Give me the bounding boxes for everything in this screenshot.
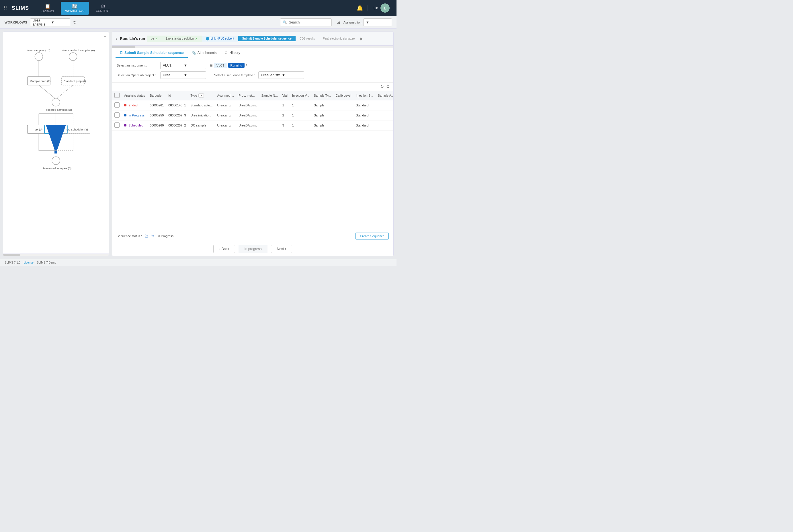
table-row[interactable]: Ended 00000261 08000145_1 Standard solu.…	[112, 100, 393, 110]
search-bar[interactable]: 🔍	[280, 18, 332, 26]
running-badge: Running	[228, 63, 245, 68]
step-item-2[interactable]: Link standard solution ✓	[162, 36, 202, 42]
row2-barcode: 00000259	[147, 110, 166, 120]
row1-acq-meth: Urea.amx	[215, 100, 236, 110]
submit-tab-icon: 🗒	[119, 51, 123, 55]
row3-sample-a	[375, 120, 394, 131]
instrument-refresh-icon[interactable]: ↻	[246, 63, 249, 68]
instrument-dropdown-icon: ▼	[184, 63, 204, 68]
next-btn[interactable]: Next ›	[271, 245, 292, 253]
nav-orders-label: ORDERS	[42, 10, 54, 13]
nav-workflows[interactable]: 🔄 WORKFLOWS	[61, 2, 89, 15]
notification-bell[interactable]: 🔔	[352, 5, 368, 11]
sequence-status-bar: Sequence status : 🗂 ↻ In Progress Create…	[112, 230, 393, 242]
step4-label: Submit Sample Scheduler sequence	[242, 37, 292, 40]
row1-type: Standard solu...	[188, 100, 215, 110]
main-toolbar: WORKFLOWS Urea analysis ▼ ↻ 🔍 ⊿ Assigned…	[0, 16, 396, 29]
bell-icon: 🔔	[357, 5, 363, 11]
instrument-selector[interactable]: VLC1 ▼	[160, 62, 206, 69]
row1-calib-level	[333, 100, 353, 110]
workflows-icon: 🔄	[72, 3, 78, 9]
row1-injection-v: 1	[290, 100, 312, 110]
row1-status: Ended	[129, 103, 138, 107]
row2-status-dot	[124, 114, 127, 116]
instrument-badge-area: 🖥 VLC1 Running ↻	[210, 63, 249, 68]
tab-submit[interactable]: 🗒 Submit Sample Scheduler sequence	[116, 49, 188, 58]
row2-checkbox[interactable]	[114, 112, 119, 118]
main-content: « New samples (10) New standard samples …	[0, 29, 396, 259]
row3-checkbox[interactable]	[114, 122, 119, 128]
step-scroll-right[interactable]: ▶	[360, 37, 363, 41]
row3-injection-s: Standard	[353, 120, 375, 131]
footer-version: SLIMS 7.1.0	[5, 261, 20, 264]
tab-attachments[interactable]: 📎 Attachments	[188, 49, 221, 58]
user-menu[interactable]: Lin L	[370, 3, 393, 13]
step-item-6[interactable]: Final electronic signature	[319, 36, 359, 41]
row2-proc-meth: UreaDA.pmx	[236, 110, 259, 120]
workflow-selector[interactable]: Urea analysis ▼	[30, 18, 70, 26]
assigned-dropdown-icon: ▼	[366, 20, 369, 24]
assigned-selector[interactable]: ▼	[363, 18, 392, 26]
th-type[interactable]: Type ▼	[188, 91, 215, 100]
table-row[interactable]: In Progress 00000259 08000257_3 Urea irr…	[112, 110, 393, 120]
back-btn[interactable]: ‹ Back	[213, 245, 235, 253]
search-input[interactable]	[289, 20, 323, 24]
row1-id: 08000145_1	[166, 100, 188, 110]
row2-id: 08000257_3	[166, 110, 188, 120]
back-label: Back	[221, 247, 229, 251]
filter-icon[interactable]: ⊿	[337, 20, 340, 25]
sample-table-container[interactable]: Analysis status Barcode Id Type ▼	[112, 91, 393, 230]
nav-content[interactable]: 🗂 CONTENT	[91, 2, 114, 14]
table-settings-btn[interactable]: ⚙	[386, 84, 390, 89]
svg-line-9	[57, 85, 73, 98]
row1-barcode: 00000261	[147, 100, 166, 110]
svg-text:Measured samples (0): Measured samples (0)	[43, 167, 71, 170]
row3-calib-level	[333, 120, 353, 131]
tab-history[interactable]: ⏱ History	[220, 49, 244, 58]
th-checkbox[interactable]	[112, 91, 122, 100]
step3-label: Link HPLC solvent	[210, 37, 234, 40]
row3-vial: 3	[280, 120, 290, 131]
svg-point-28	[52, 157, 60, 165]
row1-status-dot	[124, 104, 127, 107]
step-item-4[interactable]: Submit Sample Scheduler sequence	[238, 36, 295, 41]
history-tab-icon: ⏱	[225, 51, 228, 55]
table-body: Ended 00000261 08000145_1 Standard solu.…	[112, 100, 393, 131]
orders-icon: 📋	[45, 3, 51, 9]
run-label: Run: Lin's run	[120, 36, 145, 41]
svg-text:Standard prep (0): Standard prep (0)	[64, 79, 86, 82]
th-id: Id	[166, 91, 188, 100]
grid-icon[interactable]: ⠿	[3, 5, 7, 11]
th-sample-ty: Sample Ty...	[311, 91, 333, 100]
table-refresh-btn[interactable]: ↻	[381, 84, 384, 89]
table-row[interactable]: Scheduled 00000260 08000257_2 QC sample …	[112, 120, 393, 131]
sequence-template-selector[interactable]: UreaSeg.stx ▼	[258, 71, 304, 79]
panel-tabs: 🗒 Submit Sample Scheduler sequence 📎 Att…	[112, 48, 393, 58]
step-back-btn[interactable]: ‹	[116, 36, 117, 41]
step-item-3[interactable]: Link HPLC solvent	[202, 36, 238, 42]
row2-status: In Progress	[129, 114, 144, 117]
create-sequence-btn[interactable]: Create Sequence	[355, 233, 389, 240]
row2-acq-meth: Urea.amx	[215, 110, 236, 120]
row2-injection-s: Standard	[353, 110, 375, 120]
sequence-icon: 🗂	[144, 233, 149, 239]
toolbar-refresh-btn[interactable]: ↻	[73, 20, 77, 25]
svg-point-0	[35, 53, 43, 60]
nav-orders[interactable]: 📋 ORDERS	[37, 2, 58, 15]
footer-license-link[interactable]: License	[23, 261, 33, 264]
row1-vial: 1	[280, 100, 290, 110]
row3-sample-n	[259, 120, 280, 131]
header-checkbox[interactable]	[114, 93, 119, 98]
th-analysis-status: Analysis status	[122, 91, 147, 100]
left-panel-scrollbar[interactable]	[3, 253, 109, 256]
openlab-selector[interactable]: Urea ▼	[160, 71, 206, 79]
step-item-5[interactable]: CDS results	[295, 36, 319, 41]
step-item-1[interactable]: ue ✓	[147, 36, 162, 42]
type-filter-btn[interactable]: ▼	[198, 94, 204, 97]
new-samples-label: New samples (10)	[27, 49, 51, 52]
row1-injection-s: Standard	[353, 100, 375, 110]
svg-text:HPLC (2): HPLC (2)	[51, 128, 63, 131]
top-navigation: ⠿ SLIMS 📋 ORDERS 🔄 WORKFLOWS 🗂 CONTENT 🔔…	[0, 0, 396, 16]
row1-checkbox[interactable]	[114, 102, 119, 108]
step-header-scroll[interactable]	[112, 45, 393, 48]
